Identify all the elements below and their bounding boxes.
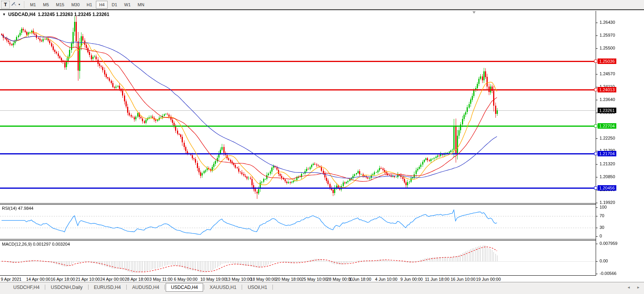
time-axis-label: 10 May 19:00 <box>200 277 226 282</box>
timeframe-button-m1[interactable]: M1 <box>27 1 39 9</box>
price-badge-support-line: 1.22704 <box>598 123 616 129</box>
rsi-tick-label: 100 <box>600 205 607 209</box>
timeframe-button-m5[interactable]: M5 <box>40 1 52 9</box>
price-tick-mark <box>596 203 598 203</box>
mt4-terminal: T ▼ M1M5M15M30H1H4D1W1MN ▼ USDCAD,H4 <box>0 0 644 294</box>
price-badge-bid-price: 1.23261 <box>598 108 616 113</box>
chart-shift-marker-icon[interactable] <box>472 11 476 14</box>
rsi-indicator-canvas[interactable] <box>0 205 596 239</box>
timeframe-button-h1[interactable]: H1 <box>83 1 95 9</box>
rsi-tick-mark <box>596 207 598 208</box>
tab-divider <box>126 285 127 290</box>
time-axis-label: 9 Apr 2021 <box>1 277 21 282</box>
rsi-tick-mark <box>596 216 598 216</box>
timeframe-button-w1[interactable]: W1 <box>121 1 134 9</box>
time-axis-label: 1 Jun 18:00 <box>349 277 372 282</box>
tab-divider <box>242 285 242 290</box>
rsi-tick-label: 0 <box>600 234 602 238</box>
line-axis-marker <box>594 88 597 91</box>
rsi-tick-label: 30 <box>600 225 604 230</box>
timeframe-button-group: M1M5M15M30H1H4D1W1MN <box>27 1 148 9</box>
line-axis-marker <box>594 186 597 190</box>
price-tick-mark <box>596 35 598 36</box>
price-tick-mark <box>596 48 598 49</box>
time-axis-label: 13 May 10:00 <box>226 277 252 282</box>
price-badge-resistance-line: 1.24013 <box>598 87 616 92</box>
tab-eurusd-h4[interactable]: EURUSD,H4 <box>89 283 126 291</box>
chart-dropdown-icon[interactable]: ▼ <box>2 12 6 16</box>
chart-symbol-label: USDCAD,H4 <box>8 12 35 17</box>
macd-tick-mark <box>596 244 598 244</box>
time-axis-label: 18 May 00:00 <box>250 277 276 282</box>
panel-separator[interactable] <box>0 203 644 205</box>
timeframe-button-h4[interactable]: H4 <box>96 1 108 9</box>
price-axis: 1.264301.259701.255001.245701.241101.236… <box>596 11 644 276</box>
price-tick-label: 1.25500 <box>600 46 615 50</box>
tab-scroll-left-icon[interactable]: ◄ <box>627 285 630 289</box>
time-axis-label: 16 Apr 18:00 <box>51 277 75 282</box>
tab-divider <box>272 285 273 290</box>
time-axis-label: 24 Apr 00:00 <box>100 277 124 282</box>
time-axis-label: 9 Jun 00:00 <box>400 277 423 282</box>
arrows-tool-button[interactable]: ▼ <box>11 1 21 9</box>
chart-ohlc-values: 1.23245 1.23263 1.23245 1.23261 <box>38 12 110 17</box>
tab-scroll-right-icon[interactable]: ► <box>637 285 640 289</box>
line-axis-marker <box>594 60 597 63</box>
tab-usdcnh-daily[interactable]: USDCNH,Daily <box>46 283 87 291</box>
time-axis-label: 20 May 18:00 <box>276 277 302 282</box>
text-tool-button[interactable]: T <box>1 1 10 9</box>
rsi-tick-mark <box>596 236 598 237</box>
toolbar-grip <box>24 2 25 8</box>
tab-divider <box>165 285 165 290</box>
time-axis-label: 6 May 00:00 <box>174 277 198 282</box>
price-tick-label: 1.26430 <box>600 20 615 25</box>
price-tick-mark <box>596 164 598 165</box>
macd-indicator-canvas[interactable] <box>0 241 596 275</box>
timeframe-button-m15[interactable]: M15 <box>53 1 67 9</box>
macd-tick-label: 0.007959 <box>600 241 617 246</box>
timeframe-button-d1[interactable]: D1 <box>108 1 120 9</box>
chart-tabs: USDCHF,H4USDCNH,DailyEURUSD,H4AUDUSD,H4U… <box>9 283 274 291</box>
macd-tick-mark <box>596 261 598 262</box>
panel-separator[interactable] <box>0 239 644 241</box>
time-axis-label: 16 Jun 10:00 <box>451 277 476 282</box>
price-tick-mark <box>596 74 598 74</box>
tab-usoil-h1[interactable]: USOil,H1 <box>243 283 272 291</box>
price-chart-canvas[interactable] <box>0 11 596 203</box>
tab-scroll-controls: ◄ ► <box>627 285 640 289</box>
price-badge-support-line: 1.21704 <box>598 151 616 156</box>
tab-divider <box>88 285 88 290</box>
tab-divider <box>204 285 204 290</box>
line-axis-marker <box>594 152 597 155</box>
price-tick-mark <box>596 100 598 100</box>
line-axis-marker <box>594 124 597 128</box>
time-axis-label: 4 Jun 10:00 <box>375 277 398 282</box>
tab-divider <box>45 285 45 290</box>
price-tick-label: 1.24570 <box>600 71 615 76</box>
price-tick-label: 1.20850 <box>600 174 615 179</box>
rsi-tick-mark <box>596 228 598 228</box>
chevron-down-icon: ▼ <box>18 3 21 6</box>
time-axis-label: 3 May 11:00 <box>149 277 173 282</box>
tab-audusd-h4[interactable]: AUDUSD,H4 <box>127 283 164 291</box>
price-badge-resistance-line: 1.25036 <box>598 58 616 64</box>
time-axis-label: 28 Apr 18:00 <box>125 277 149 282</box>
time-axis-label: 21 Apr 10:00 <box>76 277 100 282</box>
macd-tick-label: -0.00566 <box>600 271 616 276</box>
macd-label: MACD(12,26,9) 0.001297 0.003204 <box>2 242 70 246</box>
tab-xauusd-h1[interactable]: XAUUSD,H1 <box>205 283 241 291</box>
rsi-label: RSI(14) 47.9844 <box>2 206 34 211</box>
price-tick-label: 1.25970 <box>600 33 615 37</box>
arrows-tool-icon <box>11 1 17 8</box>
price-tick-label: 1.21320 <box>600 161 615 166</box>
price-tick-mark <box>596 23 598 23</box>
price-tick-mark <box>596 138 598 139</box>
price-tick-mark <box>596 177 598 177</box>
time-axis-label: 25 May 10:00 <box>301 277 327 282</box>
macd-tick-mark <box>596 274 598 274</box>
tab-usdchf-h4[interactable]: USDCHF,H4 <box>9 283 44 291</box>
time-axis-label: 19 Jun 00:00 <box>476 277 501 282</box>
timeframe-button-mn[interactable]: MN <box>134 1 147 9</box>
tab-usdcad-h4[interactable]: USDCAD,H4 <box>166 283 203 292</box>
timeframe-button-m30[interactable]: M30 <box>68 1 83 9</box>
